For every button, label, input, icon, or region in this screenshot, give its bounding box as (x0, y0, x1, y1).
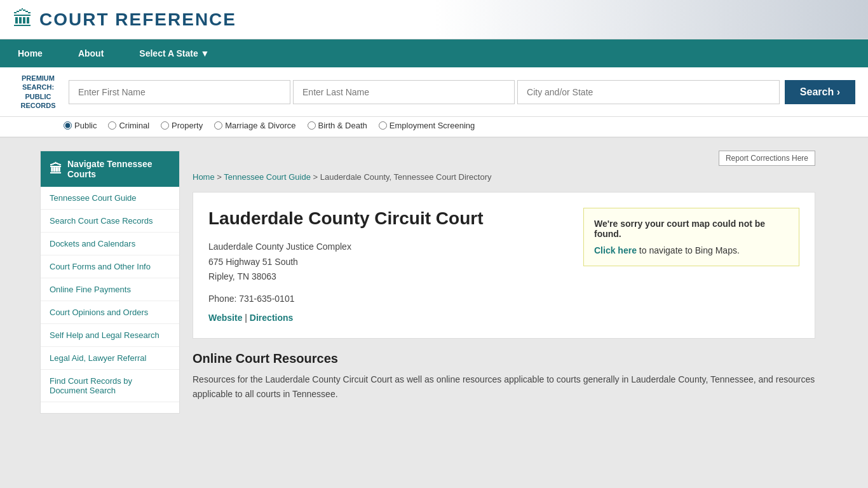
bing-maps-link[interactable]: Click here (594, 245, 637, 255)
resources-description: Resources for the Lauderdale County Circ… (193, 372, 815, 401)
map-error-suffix: to navigate to Bing Maps. (637, 245, 740, 255)
radio-birth-label: Birth & Death (318, 121, 367, 130)
nav-select-state[interactable]: Select A State ▼ (121, 39, 227, 67)
radio-bar: Public Criminal Property Marriage & Divo… (0, 117, 868, 138)
link-separator: | (245, 313, 250, 323)
search-inputs (69, 80, 780, 104)
map-error-title: We're sorry your court map could not be … (594, 219, 789, 239)
last-name-input[interactable] (293, 80, 515, 104)
radio-public-label: Public (74, 121, 97, 130)
logo-text: COURT REFERENCE (39, 10, 236, 30)
breadcrumb-current: Lauderdale County, Tennessee Court Direc… (320, 172, 492, 182)
radio-employment-label: Employment Screening (390, 121, 475, 130)
report-corrections-button[interactable]: Report Corrections Here (719, 151, 815, 166)
radio-marriage-divorce[interactable]: Marriage & Divorce (214, 121, 295, 130)
sidebar-item-court-guide[interactable]: Tennessee Court Guide (41, 187, 179, 210)
search-bar: PREMIUM SEARCH: PUBLIC RECORDS Search › (0, 67, 868, 117)
resources-section: Online Court Resources Resources for the… (193, 351, 815, 401)
resources-title: Online Court Resources (193, 351, 815, 366)
breadcrumb-home[interactable]: Home (193, 172, 215, 182)
radio-property-label: Property (172, 121, 203, 130)
radio-marriage-label: Marriage & Divorce (225, 121, 295, 130)
map-error-box: We're sorry your court map could not be … (583, 208, 799, 266)
sidebar-item-forms[interactable]: Court Forms and Other Info (41, 255, 179, 278)
court-info-box: We're sorry your court map could not be … (193, 192, 815, 339)
sidebar-item-dockets[interactable]: Dockets and Calendars (41, 233, 179, 255)
radio-public[interactable]: Public (64, 121, 97, 130)
radio-employment[interactable]: Employment Screening (379, 121, 475, 130)
content-area: Report Corrections Here Home > Tennessee… (180, 151, 828, 414)
court-links: Website | Directions (208, 313, 799, 323)
first-name-input[interactable] (69, 80, 290, 104)
sidebar-title: Navigate Tennessee Courts (67, 159, 170, 179)
breadcrumb: Home > Tennessee Court Guide > Lauderdal… (193, 172, 815, 182)
breadcrumb-court-guide[interactable]: Tennessee Court Guide (224, 172, 311, 182)
main-container: 🏛 Navigate Tennessee Courts Tennessee Co… (40, 151, 828, 414)
court-phone: Phone: 731-635-0101 (208, 294, 799, 304)
search-button[interactable]: Search › (785, 80, 855, 104)
site-header: 🏛 COURT REFERENCE (0, 0, 868, 39)
radio-criminal-label: Criminal (119, 121, 149, 130)
courthouse-icon: 🏛 (13, 8, 33, 31)
sidebar-item-self-help[interactable]: Self Help and Legal Research (41, 324, 179, 347)
court-website-link[interactable]: Website (208, 313, 242, 323)
radio-criminal[interactable]: Criminal (108, 121, 149, 130)
court-directions-link[interactable]: Directions (250, 313, 293, 323)
radio-property[interactable]: Property (161, 121, 203, 130)
sidebar-item-find-records[interactable]: Find Court Records by Document Search (41, 370, 179, 402)
sidebar-item-case-records[interactable]: Search Court Case Records (41, 210, 179, 233)
court-address-line3: Ripley, TN 38063 (208, 269, 799, 285)
radio-birth-death[interactable]: Birth & Death (308, 121, 367, 130)
logo-area: 🏛 COURT REFERENCE (13, 8, 236, 31)
nav-home[interactable]: Home (0, 39, 60, 67)
sidebar-item-legal-aid[interactable]: Legal Aid, Lawyer Referral (41, 347, 179, 370)
navbar: Home About Select A State ▼ (0, 39, 868, 67)
sidebar-item-opinions[interactable]: Court Opinions and Orders (41, 301, 179, 324)
top-row: Report Corrections Here (193, 151, 815, 172)
sidebar-court-icon: 🏛 (50, 162, 62, 177)
nav-about[interactable]: About (60, 39, 121, 67)
city-input[interactable] (517, 80, 780, 104)
sidebar-item-fine-payments[interactable]: Online Fine Payments (41, 278, 179, 301)
sidebar-header: 🏛 Navigate Tennessee Courts (41, 151, 179, 187)
sidebar: 🏛 Navigate Tennessee Courts Tennessee Co… (40, 151, 180, 414)
premium-label: PREMIUM SEARCH: PUBLIC RECORDS (13, 74, 64, 110)
